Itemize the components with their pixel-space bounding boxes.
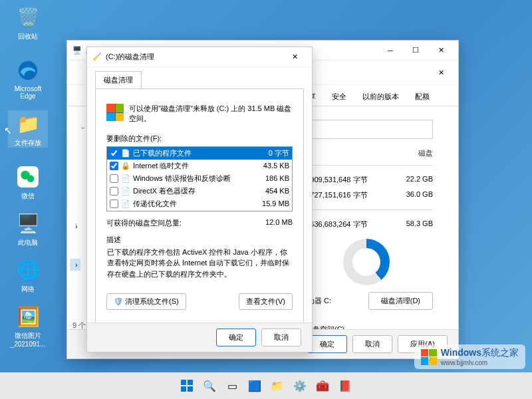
- close-button[interactable]: ✕: [283, 49, 307, 65]
- desktop-icon-image[interactable]: 🖼️微信图片_2021091...: [8, 303, 48, 348]
- table-row: 62,636,683,264 字节58.3 GB: [300, 217, 433, 232]
- settings-icon[interactable]: ⚙️: [291, 376, 309, 395]
- svg-rect-4: [181, 380, 186, 385]
- gain-label: 可获得的磁盘空间总量:: [106, 218, 182, 228]
- file-checkbox[interactable]: [110, 187, 118, 196]
- explorer-icon[interactable]: 📁: [268, 376, 287, 395]
- gain-value: 12.0 MB: [265, 218, 293, 228]
- tab-security[interactable]: 安全: [324, 88, 354, 106]
- svg-point-3: [27, 175, 35, 182]
- disk-cleanup-button[interactable]: 磁盘清理(D): [368, 292, 433, 310]
- usage-donut-icon: [343, 239, 390, 285]
- icon-label: Microsoft Edge: [8, 85, 48, 100]
- file-checkbox[interactable]: [110, 162, 118, 170]
- sidebar-item[interactable]: ›: [70, 259, 80, 271]
- tab-previous[interactable]: 以前的版本: [354, 88, 407, 106]
- icon-label: 此电脑: [8, 238, 48, 247]
- desktop-icon-wechat[interactable]: 微信: [8, 164, 48, 201]
- svg-rect-5: [188, 380, 193, 385]
- dialog-title: 🧹(C:)的磁盘清理: [92, 52, 154, 62]
- windows-logo-icon: [106, 104, 124, 121]
- svg-rect-6: [181, 386, 186, 392]
- file-list[interactable]: 📄已下载的程序文件0 字节 🔒Internet 临时文件43.5 KB 📄Win…: [106, 146, 293, 211]
- sidebar-item[interactable]: ›: [70, 220, 80, 232]
- desktop-icon-recycle[interactable]: 🗑️回收站: [8, 4, 48, 41]
- ok-button[interactable]: 确定: [216, 329, 256, 346]
- windows-logo-icon: [421, 349, 437, 365]
- type-label: 磁盘: [300, 148, 433, 158]
- table-row: 38,727,151,616 字节36.0 GB: [300, 188, 433, 203]
- minimize-button[interactable]: ─: [378, 43, 402, 59]
- close-button[interactable]: ✕: [429, 43, 453, 59]
- file-checkbox[interactable]: [110, 174, 118, 183]
- taskview-icon[interactable]: ▭: [223, 376, 241, 395]
- watermark: Windows系统之家 www.bjjmlv.com: [414, 344, 525, 369]
- icon-label: 网络: [8, 285, 48, 294]
- app-icon[interactable]: 🧰: [313, 376, 332, 395]
- clean-system-files-button[interactable]: 🛡️ 清理系统文件(S): [106, 293, 186, 310]
- start-button[interactable]: [178, 376, 196, 395]
- table-row: 23,909,531,648 字节22.2 GB: [300, 172, 433, 188]
- dialog-footer: 确定 取消: [87, 323, 312, 352]
- list-label: 要删除的文件(F):: [106, 134, 293, 144]
- search-icon[interactable]: 🔍: [200, 376, 219, 395]
- list-item[interactable]: 📄DirectX 着色器缓存454 KB: [107, 185, 292, 198]
- desktop-icon-network[interactable]: 🌐网络: [8, 257, 48, 294]
- cancel-button[interactable]: 取消: [261, 329, 301, 346]
- volume-name-input[interactable]: [300, 120, 433, 139]
- disk-cleanup-dialog: 🧹(C:)的磁盘清理 ✕ 磁盘清理 可以使用"磁盘清理"来释放 (C:) 上的 …: [86, 47, 313, 352]
- icon-label: 微信图片_2021091...: [8, 331, 48, 348]
- tab-cleanup[interactable]: 磁盘清理: [95, 71, 142, 88]
- file-checkbox[interactable]: [110, 200, 118, 208]
- desc-title: 描述: [106, 235, 293, 245]
- icon-label: 文件存放: [8, 138, 48, 148]
- view-files-button[interactable]: 查看文件(V): [239, 293, 293, 310]
- taskbar: 🔍 ▭ 🟦 📁 ⚙️ 🧰 📕: [0, 372, 532, 399]
- list-item[interactable]: 📄已下载的程序文件0 字节: [107, 147, 292, 160]
- inner-close-button[interactable]: ✕: [429, 65, 453, 80]
- svg-rect-7: [188, 386, 193, 392]
- description-text: 已下载的程序文件包括 ActiveX 控件和 Java 小程序，你查看特定网页时…: [106, 245, 293, 282]
- list-item[interactable]: 📄Windows 错误报告和反馈诊断186 KB: [107, 172, 292, 185]
- desktop-icon-folder[interactable]: 📁文件存放: [8, 110, 48, 148]
- ok-button[interactable]: 确定: [307, 335, 347, 353]
- icon-label: 回收站: [8, 32, 48, 41]
- tab-quota[interactable]: 配额: [407, 88, 438, 106]
- desktop-icon-edge[interactable]: Microsoft Edge: [8, 57, 48, 100]
- maximize-button[interactable]: ☐: [404, 43, 428, 59]
- widgets-icon[interactable]: 🟦: [245, 376, 264, 395]
- app-icon[interactable]: 📕: [336, 376, 354, 395]
- cancel-button[interactable]: 取消: [352, 335, 392, 353]
- titlebar: 🧹(C:)的磁盘清理 ✕: [87, 47, 312, 67]
- hint-text: 可以使用"磁盘清理"来释放 (C:) 上的 31.5 MB 磁盘空间。: [129, 104, 293, 124]
- desktop-icon-thispc[interactable]: 🖥️此电脑: [8, 210, 48, 247]
- list-item[interactable]: 🔒Internet 临时文件43.5 KB: [107, 160, 292, 172]
- file-checkbox[interactable]: [110, 149, 118, 158]
- list-item[interactable]: 📄传递优化文件15.9 MB: [107, 198, 292, 210]
- icon-label: 微信: [8, 192, 48, 201]
